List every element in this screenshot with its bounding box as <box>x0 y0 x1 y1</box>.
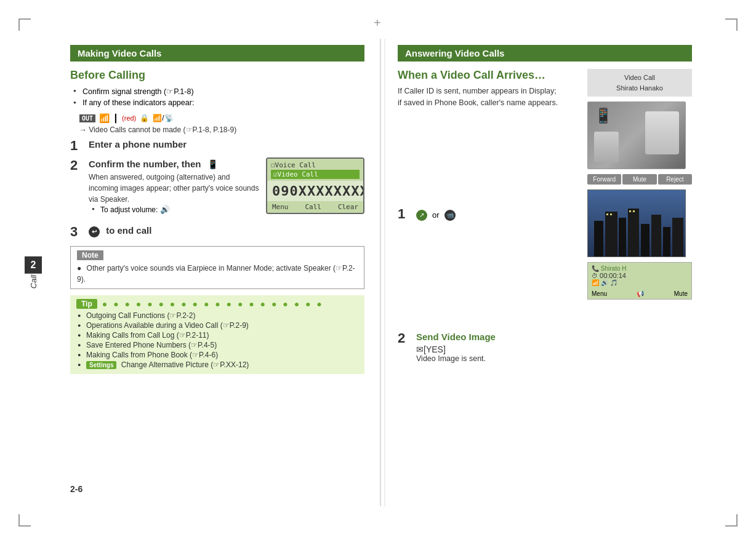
page-tab: 2 Call <box>25 257 42 288</box>
call-status-name: 📞 Shirato H <box>592 265 688 272</box>
left-panel: Making Video Calls Before Calling Confir… <box>52 39 377 506</box>
tip-list: Outgoing Call Functions (☞P.2-2) Operati… <box>76 311 358 369</box>
tip-header: Tip ● ● ● ● ● ● ● ● ● ● ● ● ● ● ● ● ● ● … <box>76 299 358 309</box>
panel-divider <box>380 39 381 506</box>
tip-item-1: Outgoing Call Functions (☞P.2-2) <box>78 311 358 320</box>
call-mute-btn: Mute <box>674 290 688 297</box>
step-2-desc: When answered, outgoing (alternative) an… <box>89 172 260 205</box>
send-video-desc: Video Image is sent. <box>416 354 579 363</box>
call-menu-btn: Menu <box>592 290 607 297</box>
mute-button[interactable]: Mute <box>622 174 656 185</box>
indicator-row: OUT 📶 ┃ (red) 🔒 📶/📡 <box>79 113 364 123</box>
right-step-2-row: 2 Send Video Image ✉[YES] Video Image is… <box>398 332 579 363</box>
corner-mark-tl <box>18 18 31 31</box>
reject-button[interactable]: Reject <box>658 174 692 185</box>
tip-item-4: Save Entered Phone Numbers (☞P.4-5) <box>78 341 358 349</box>
svg-rect-7 <box>663 227 670 257</box>
phone-image-inner2 <box>594 132 619 162</box>
svg-rect-12 <box>633 210 635 212</box>
page-tab-label: Call <box>29 275 38 288</box>
tip-item-6: Settings Change Alternative Picture (☞P.… <box>78 360 358 369</box>
end-call-icon: ↩ <box>89 226 100 237</box>
svg-rect-2 <box>605 212 617 257</box>
out-badge: OUT <box>79 114 95 122</box>
note-box: Note ● Other party's voice sounds via Ea… <box>70 246 364 289</box>
answer-call-icon: ↗ <box>416 210 427 221</box>
svg-rect-5 <box>641 224 649 257</box>
answering-title: When a Video Call Arrives… <box>398 69 579 82</box>
note-text: ● Other party's voice sounds via Earpiec… <box>77 263 358 285</box>
right-step-1-content: ↗ or 📹 <box>416 207 579 221</box>
step-3-row: 3 ↩ to end call <box>70 225 364 240</box>
action-buttons: Forward Mute Reject <box>587 174 692 185</box>
corner-mark-br <box>725 514 738 527</box>
video-answer-icon: 📹 <box>444 210 456 221</box>
before-calling-title: Before Calling <box>70 69 364 82</box>
step-2-content: Confirm the number, then 📱 When answered… <box>89 159 260 214</box>
call-info-box: 📞 Shirato H ⏱ 00:00:14 📶 🔊 🎵 Menu � <box>587 262 692 300</box>
bar-icon: ┃ <box>113 114 118 123</box>
step-1-number: 1 <box>70 139 82 153</box>
call-bottom-bar: Menu 📢 Mute <box>588 288 691 299</box>
signal-icons: 📶/📡 <box>153 114 173 122</box>
bullet-item: Confirm signal strength (☞P.1-8) <box>73 87 364 96</box>
page-number-bottom: 2-6 <box>70 484 82 494</box>
making-video-calls-header: Making Video Calls <box>70 45 364 62</box>
step-2-subbullets: To adjust volume: 🔊 <box>89 205 260 214</box>
volume-icon: 🔊 <box>160 205 170 214</box>
svg-rect-3 <box>619 218 626 257</box>
send-video-title: Send Video Image <box>416 332 579 342</box>
step-2-row: 2 Confirm the number, then 📱 When answer… <box>70 159 260 214</box>
caller-info-box: Video Call Shirato Hanako <box>587 69 692 97</box>
tip-item-2: Operations Available during a Video Call… <box>78 321 358 330</box>
phone-screen: ☐Voice Call ☑Video Call 090XXXXXXXX Menu… <box>266 157 364 214</box>
right-step-2-number: 2 <box>398 332 410 345</box>
call-speaker-icon: 📢 <box>637 290 644 297</box>
phone-image-inner <box>645 111 679 154</box>
call-icons-row: 📶 🔊 🎵 <box>592 279 688 286</box>
page-tab-number: 2 <box>25 257 42 274</box>
corner-mark-tr <box>725 18 738 31</box>
crosshair-top <box>372 18 384 31</box>
video-call-icon: 📱 <box>207 159 218 169</box>
tip-item-3: Making Calls from Call Log (☞P.2-11) <box>78 331 358 340</box>
phone-clear-btn: Clear <box>338 203 358 211</box>
city-svg <box>588 190 686 257</box>
svg-rect-11 <box>629 210 631 212</box>
main-content: Making Video Calls Before Calling Confir… <box>52 39 704 506</box>
indicator-arrow-note: → Video Calls cannot be made (☞P.1-8, P.… <box>79 125 364 134</box>
answering-desc: If Caller ID is sent, number appears in … <box>398 86 579 109</box>
caller-name: Shirato Hanako <box>591 83 688 93</box>
svg-rect-4 <box>628 209 639 257</box>
phone-overlay-icon: 📱 <box>594 107 613 124</box>
phone-number-display: 090XXXXXXXX <box>267 181 363 201</box>
svg-rect-1 <box>594 221 603 257</box>
corner-mark-bl <box>18 514 31 527</box>
svg-rect-10 <box>610 213 612 215</box>
antenna-icon: 📶 <box>99 113 110 123</box>
step-1-row: 1 Enter a phone number <box>70 139 260 153</box>
call-info-top: 📞 Shirato H ⏱ 00:00:14 📶 🔊 🎵 <box>588 263 691 288</box>
sub-bullet-item: To adjust volume: 🔊 <box>92 205 260 214</box>
right-content: When a Video Call Arrives… If Caller ID … <box>398 69 692 369</box>
phone-screen-header: ☐Voice Call ☑Video Call <box>267 159 363 181</box>
svg-rect-9 <box>606 213 608 215</box>
caller-video-call-label: Video Call <box>591 73 688 83</box>
page-container: 2 Call Making Video Calls Before Calling… <box>0 0 756 545</box>
right-step-1-row: 1 ↗ or 📹 <box>398 207 579 221</box>
incoming-call-image: 📱 <box>587 101 686 169</box>
phone-screen-footer: Menu Call Clear <box>267 201 363 213</box>
step-1-title: Enter a phone number <box>89 139 260 149</box>
tip-item-5: Making Calls from Phone Book (☞P.4-6) <box>78 351 358 359</box>
phone-video-call-row: ☑Video Call <box>271 170 360 179</box>
phone-call-btn: Call <box>305 203 321 211</box>
phone-menu-btn: Menu <box>272 203 289 211</box>
step-3-number: 3 <box>70 225 82 239</box>
right-phone-area: Video Call Shirato Hanako 📱 Forward Mute <box>587 69 692 369</box>
bullet-item: If any of these indicators appear: <box>73 98 364 107</box>
tip-label: Tip <box>76 299 97 309</box>
forward-button[interactable]: Forward <box>587 174 621 185</box>
call-time: ⏱ 00:00:14 <box>592 272 688 279</box>
right-panel: Answering Video Calls When a Video Call … <box>384 39 704 506</box>
step-1-content: Enter a phone number <box>89 139 260 152</box>
